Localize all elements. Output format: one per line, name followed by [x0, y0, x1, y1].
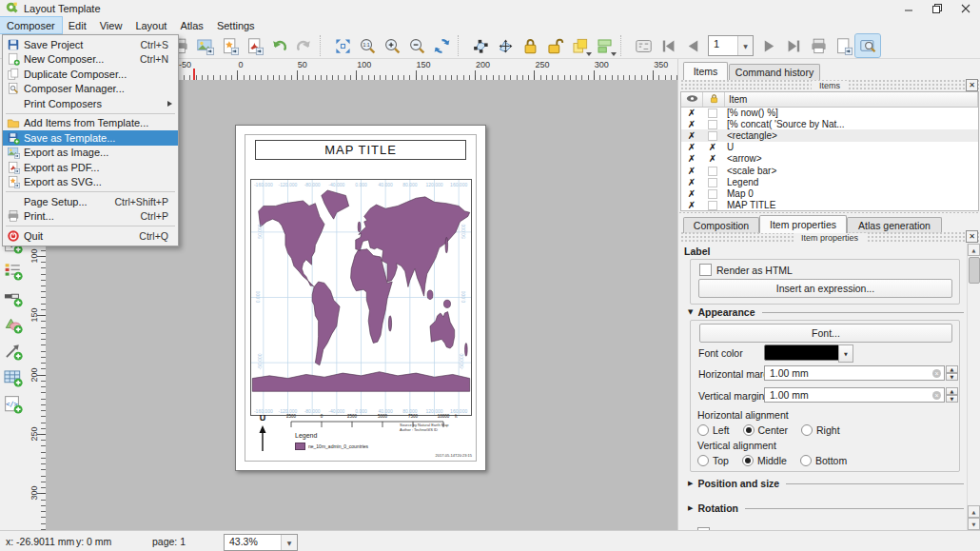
unlock-items-button[interactable] — [542, 34, 567, 57]
valign-middle-radio[interactable]: Middle — [742, 455, 787, 466]
visible-check-icon[interactable]: ✗ — [688, 119, 696, 129]
tab-item-properties[interactable]: Item properties — [759, 215, 847, 233]
add-html-button[interactable]: </> — [3, 394, 24, 415]
font-color-swatch[interactable] — [764, 344, 840, 361]
redo-button[interactable] — [291, 34, 316, 57]
atlas-preview-button[interactable] — [631, 34, 656, 57]
atlas-page-combo[interactable]: 1▼ — [708, 35, 754, 56]
items-dock-close-icon[interactable]: ✕ — [966, 79, 978, 91]
section-rotation[interactable]: ▶Rotation — [688, 502, 964, 514]
export-image-button[interactable] — [192, 34, 217, 57]
lock-checkbox[interactable] — [708, 108, 717, 118]
item-row[interactable]: ✗<rectangle> — [681, 129, 978, 141]
timestamp-item[interactable]: 2017-05-14T20:23:15 — [436, 453, 472, 458]
move-content-button[interactable] — [493, 34, 518, 57]
clear-field-icon[interactable]: × — [932, 391, 941, 400]
font-button[interactable]: Font... — [699, 324, 952, 343]
lock-check-icon[interactable]: ✗ — [709, 142, 716, 152]
lock-items-button[interactable] — [518, 34, 542, 57]
menu-item-save-as-template[interactable]: Save as Template... — [3, 130, 178, 146]
visible-check-icon[interactable]: ✗ — [688, 142, 696, 152]
scrollbar-thumb[interactable] — [969, 257, 980, 284]
maximize-button[interactable] — [923, 0, 951, 17]
tab-items[interactable]: Items — [683, 62, 728, 80]
select-move-item-button[interactable] — [468, 34, 493, 57]
menu-view[interactable]: View — [93, 17, 129, 33]
combo-dropdown-icon[interactable]: ▼ — [737, 36, 753, 55]
scroll-down-icon[interactable]: ▼ — [968, 518, 980, 530]
item-row[interactable]: ✗✗U — [681, 142, 978, 153]
render-as-html-row[interactable]: Render as HTML — [699, 264, 793, 276]
scroll-up-icon[interactable]: ▲ — [968, 505, 980, 518]
menu-item-print[interactable]: Print...Ctrl+P — [3, 209, 178, 225]
font-color-dropdown[interactable]: ▼ — [838, 344, 853, 363]
visible-check-icon[interactable]: ✗ — [688, 177, 696, 187]
item-row[interactable]: ✗[% concat( 'Source by Nat... — [681, 118, 978, 129]
lock-checkbox[interactable] — [708, 167, 717, 176]
scroll-up-icon[interactable]: ▲ — [968, 244, 980, 256]
zoom-combo[interactable]: 43.3% ▼ — [224, 534, 298, 551]
item-row[interactable]: ✗MAP TITLE — [681, 200, 978, 211]
properties-scrollbar[interactable]: ▲ ▲ ▼ — [967, 244, 980, 530]
atlas-settings-button[interactable] — [855, 34, 880, 57]
menu-item-add-items-from-template[interactable]: Add Items from Template... — [3, 116, 178, 131]
item-row[interactable]: ✗[% now() %] — [681, 107, 978, 118]
appearance-header[interactable]: ▼ Appearance — [688, 306, 964, 318]
item-row[interactable]: ✗Legend — [681, 176, 978, 187]
visible-check-icon[interactable]: ✗ — [688, 108, 696, 118]
vertical-margin-spinner[interactable]: ▲▼ — [946, 387, 958, 403]
item-row[interactable]: ✗Map 0 — [681, 187, 978, 199]
lock-checkbox[interactable] — [708, 201, 717, 210]
menu-item-page-setup[interactable]: Page Setup...Ctrl+Shift+P — [3, 194, 178, 209]
menu-item-duplicate-composer[interactable]: Duplicate Composer... — [3, 67, 178, 82]
menu-item-print-composers[interactable]: Print Composers — [3, 96, 178, 111]
atlas-prev-button[interactable] — [680, 34, 705, 57]
items-dock-header[interactable]: Items — [680, 79, 979, 91]
align-items-button[interactable] — [592, 34, 617, 57]
lock-check-icon[interactable]: ✗ — [709, 153, 716, 164]
export-svg-button[interactable] — [217, 34, 242, 57]
atlas-first-button[interactable] — [656, 34, 680, 57]
halign-left-radio[interactable]: Left — [697, 424, 730, 436]
menu-layout[interactable]: Layout — [128, 17, 173, 33]
menu-edit[interactable]: Edit — [62, 17, 93, 33]
minimize-button[interactable] — [894, 0, 923, 17]
add-legend-button[interactable] — [3, 261, 24, 282]
tab-command-history[interactable]: Command history — [729, 64, 820, 80]
halign-center-radio[interactable]: Center — [743, 424, 789, 436]
vertical-margin-field[interactable]: 1.00 mm× — [764, 387, 945, 403]
halign-right-radio[interactable]: Right — [801, 424, 840, 436]
menu-composer[interactable]: Composer — [0, 17, 62, 33]
add-scalebar-button[interactable] — [3, 287, 24, 308]
source-label-item[interactable]: Source by Natural Earth Map Author : Tec… — [400, 423, 449, 432]
items-table[interactable]: Item ✗[% now() %]✗[% concat( 'Source by … — [680, 91, 979, 211]
menu-item-export-as-pdf[interactable]: Export as PDF... — [3, 160, 178, 175]
undo-button[interactable] — [266, 34, 291, 57]
add-arrow-button[interactable] — [3, 341, 24, 362]
atlas-next-button[interactable] — [756, 34, 781, 57]
legend-item[interactable]: Legend ne_10m_admin_0_countries — [295, 432, 368, 450]
menu-item-new-composer[interactable]: New Composer...Ctrl+N — [3, 52, 178, 68]
menu-item-save-project[interactable]: Save ProjectCtrl+S — [3, 37, 178, 52]
section-position-and-size[interactable]: ▶Position and size — [688, 478, 964, 489]
menu-item-composer-manager[interactable]: Composer Manager... — [3, 82, 178, 97]
close-button[interactable] — [951, 0, 980, 17]
raise-items-button[interactable] — [567, 34, 592, 57]
item-properties-dock-close-icon[interactable]: ✕ — [966, 230, 978, 243]
dock-splitter[interactable] — [678, 211, 980, 214]
render-as-html-checkbox[interactable] — [699, 264, 712, 276]
visible-check-icon[interactable]: ✗ — [688, 188, 696, 199]
visible-check-icon[interactable]: ✗ — [688, 130, 696, 141]
add-shape-button[interactable] — [3, 314, 24, 335]
horizontal-margin-spinner[interactable]: ▲▼ — [946, 365, 958, 381]
menu-settings[interactable]: Settings — [210, 17, 262, 33]
lock-checkbox[interactable] — [708, 120, 717, 129]
valign-top-radio[interactable]: Top — [697, 455, 729, 466]
zoom-in-button[interactable] — [380, 34, 404, 57]
visible-check-icon[interactable]: ✗ — [688, 166, 696, 176]
north-arrow-item[interactable]: U — [257, 414, 268, 457]
zoom-11-button[interactable]: 1:1 — [355, 34, 380, 57]
map-item[interactable]: -160.000-120.000-80.000-40.0000.00040.00… — [250, 179, 472, 416]
lock-checkbox[interactable] — [708, 189, 717, 199]
horizontal-margin-field[interactable]: 1.00 mm× — [764, 365, 945, 381]
